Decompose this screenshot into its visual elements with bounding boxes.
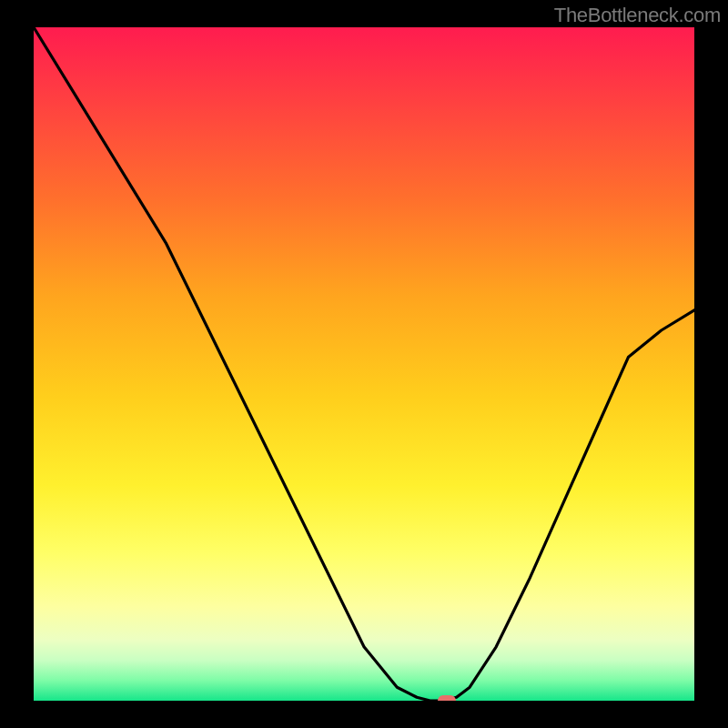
chart-container: TheBottleneck.com: [0, 0, 728, 728]
bottleneck-curve: [34, 27, 694, 701]
watermark-text: TheBottleneck.com: [554, 4, 721, 27]
plot-area: [34, 27, 694, 701]
optimal-point-marker: [438, 695, 456, 701]
